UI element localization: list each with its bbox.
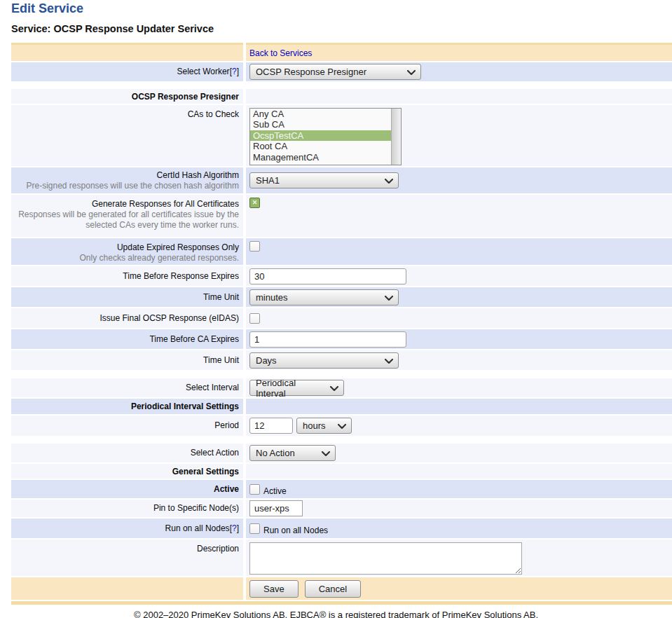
update-expired-row: Update Expired Responses Only Only check… (11, 238, 672, 265)
select-interval-dropdown[interactable]: Periodical Interval (249, 380, 344, 396)
issue-final-checkbox[interactable] (249, 313, 260, 324)
actions-row: Save Cancel (11, 577, 672, 600)
active-row: Active Active (11, 480, 672, 498)
page-title: Edit Service (11, 0, 672, 16)
generate-all-row: Generate Responses for All Certificates … (11, 195, 672, 237)
time-unit-response-value: minutes (256, 292, 288, 303)
active-checkbox[interactable] (249, 484, 260, 495)
cas-to-check-row: CAs to Check Any CA Sub CA OcspTestCA Ro… (11, 105, 672, 166)
ca-option[interactable]: Any CA (250, 109, 391, 119)
pin-nodes-input[interactable] (249, 500, 303, 516)
general-section-header-row: General Settings (11, 464, 672, 479)
certid-hash-dropdown[interactable]: SHA1 (249, 172, 399, 188)
chevron-down-icon (338, 424, 346, 429)
chevron-down-icon (330, 386, 338, 391)
chevron-down-icon (322, 451, 330, 456)
generate-all-helper: Responses will be generated for all cert… (11, 210, 239, 231)
ca-option[interactable]: OcspTestCA (250, 130, 391, 141)
time-unit-ca-label: Time Unit (203, 355, 239, 366)
period-unit-value: hours (303, 420, 326, 431)
time-before-response-input[interactable] (249, 268, 406, 284)
update-expired-checkbox[interactable] (249, 241, 260, 252)
run-all-nodes-checkbox-label: Run on all Nodes (263, 526, 328, 535)
select-worker-dropdown[interactable]: OCSP Response Presigner (249, 64, 421, 80)
select-interval-row: Select Interval Periodical Interval (11, 378, 672, 397)
select-interval-value: Periodical Interval (256, 378, 327, 399)
header-row-right: Back to Services (246, 43, 672, 61)
header-row: Back to Services (11, 43, 672, 61)
time-before-response-label: Time Before Response Expires (123, 271, 239, 282)
edit-service-form: Back to Services Select Worker[?] OCSP R… (11, 43, 672, 605)
select-worker-row: Select Worker[?] OCSP Response Presigner (11, 62, 672, 81)
chevron-down-icon (385, 296, 393, 301)
section-gap (11, 371, 672, 378)
worker-section-header: OCSP Response Presigner (132, 92, 239, 102)
select-action-label: Select Action (191, 448, 239, 458)
time-before-ca-input[interactable] (249, 331, 406, 348)
select-worker-label: Select Worker[?] (177, 67, 239, 77)
description-label: Description (197, 544, 239, 554)
section-gap (11, 437, 672, 444)
description-row: Description (11, 540, 672, 576)
certid-hash-helper: Pre-signed responses will use the chosen… (27, 181, 240, 191)
select-interval-label: Select Interval (186, 383, 239, 393)
certid-hash-label: CertId Hash Algorithm (157, 170, 239, 181)
certid-hash-value: SHA1 (256, 175, 280, 186)
chevron-down-icon (407, 70, 416, 75)
ca-option[interactable]: Sub CA (250, 119, 391, 130)
time-unit-response-label: Time Unit (203, 292, 239, 303)
time-before-ca-label: Time Before CA Expires (149, 334, 239, 345)
listbox-scrollbar[interactable] (391, 109, 401, 165)
period-input[interactable] (249, 418, 293, 434)
back-to-services-link[interactable]: Back to Services (249, 48, 312, 58)
description-textarea[interactable] (249, 542, 522, 575)
footer-copyright: © 2002–2020 PrimeKey Solutions AB. EJBCA… (0, 610, 672, 618)
select-worker-help-link[interactable]: ? (232, 67, 237, 76)
ca-option[interactable]: ManagementCA (250, 152, 391, 163)
issue-final-label: Issue Final OCSP Response (eIDAS) (100, 313, 239, 324)
time-before-response-row: Time Before Response Expires (11, 266, 672, 286)
select-action-value: No Action (256, 448, 295, 458)
time-unit-ca-dropdown[interactable]: Days (249, 352, 399, 369)
run-all-nodes-help-link[interactable]: ? (232, 523, 237, 533)
period-row: Period hours (11, 416, 672, 436)
run-all-nodes-checkbox[interactable] (249, 523, 260, 534)
pin-nodes-row: Pin to Specific Node(s) (11, 500, 672, 517)
time-unit-ca-value: Days (256, 355, 277, 366)
active-checkbox-label: Active (263, 486, 287, 496)
period-label: Period (214, 420, 239, 431)
cas-to-check-label: CAs to Check (188, 109, 239, 120)
section-gap (11, 83, 672, 89)
ca-option[interactable]: Root CA (250, 141, 391, 151)
general-section-header: General Settings (172, 467, 239, 476)
worker-section-header-row: OCSP Response Presigner (11, 89, 672, 104)
page: Edit Service Service: OCSP Response Upda… (0, 0, 672, 605)
run-all-nodes-row: Run on all Nodes[?] Run on all Nodes (11, 519, 672, 538)
time-unit-response-dropdown[interactable]: minutes (249, 289, 399, 305)
select-action-row: Select Action No Action (11, 444, 672, 462)
time-unit-ca-row: Time Unit Days (11, 350, 672, 370)
header-row-left (11, 43, 243, 61)
update-expired-label: Update Expired Responses Only (117, 242, 239, 253)
interval-section-header-row: Periodical Interval Settings (11, 399, 672, 414)
period-unit-dropdown[interactable]: hours (296, 418, 352, 434)
pin-nodes-label: Pin to Specific Node(s) (153, 503, 239, 514)
select-action-dropdown[interactable]: No Action (249, 445, 336, 461)
chevron-down-icon (385, 179, 393, 184)
cas-to-check-listbox[interactable]: Any CA Sub CA OcspTestCA Root CA Managem… (249, 108, 402, 165)
select-worker-value: OCSP Response Presigner (256, 67, 366, 77)
time-before-ca-row: Time Before CA Expires (11, 329, 672, 349)
certid-hash-row: CertId Hash Algorithm Pre-signed respons… (11, 167, 672, 193)
save-button[interactable]: Save (249, 580, 299, 598)
active-label: Active (214, 484, 239, 495)
time-unit-response-row: Time Unit minutes (11, 287, 672, 307)
run-all-nodes-label: Run on all Nodes[?] (165, 523, 239, 534)
generate-all-checkbox[interactable] (249, 198, 260, 208)
service-subtitle: Service: OCSP Response Updater Serivce (11, 23, 672, 34)
issue-final-row: Issue Final OCSP Response (eIDAS) (11, 308, 672, 328)
chevron-down-icon (385, 359, 393, 364)
cancel-button[interactable]: Cancel (305, 580, 361, 598)
table-bottom-strip (11, 601, 672, 605)
update-expired-helper: Only checks already generated responses. (80, 253, 239, 263)
interval-section-header: Periodical Interval Settings (131, 401, 239, 411)
